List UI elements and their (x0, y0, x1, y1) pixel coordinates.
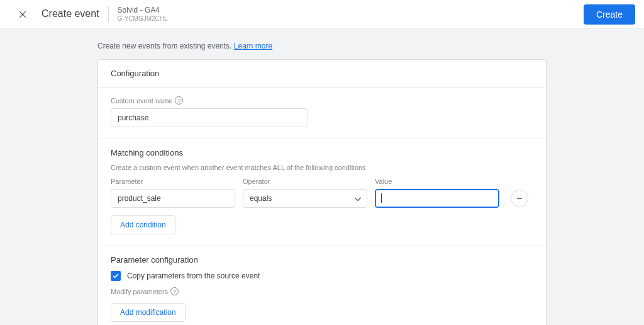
parameter-input[interactable] (111, 189, 235, 208)
copy-params-label: Copy parameters from the source event (127, 271, 260, 280)
content-area: Create new events from existing events. … (0, 29, 644, 325)
operator-select[interactable] (243, 189, 367, 208)
add-modification-button[interactable]: Add modification (111, 303, 186, 322)
matching-desc: Create a custom event when another event… (111, 164, 533, 171)
property-id: G-YCMGJM2CHL (118, 15, 168, 23)
property-name: Solvid - GA4 (118, 6, 168, 14)
create-button[interactable]: Create (584, 4, 635, 25)
parameter-column: Parameter (111, 178, 235, 208)
matching-title: Matching conditions (111, 148, 533, 157)
parameter-label: Parameter (111, 178, 235, 185)
custom-event-section: Custom event name ? (98, 88, 546, 139)
modify-params-label: Modify parameters ? (111, 287, 533, 295)
condition-row: Parameter Operator Value (111, 178, 533, 208)
card-title: Configuration (98, 60, 546, 88)
add-condition-button[interactable]: Add condition (111, 215, 175, 234)
intro-text: Create new events from existing events. … (97, 42, 547, 50)
help-icon[interactable]: ? (175, 96, 183, 105)
vertical-divider (108, 6, 109, 22)
operator-column: Operator (243, 178, 367, 208)
check-icon (112, 272, 119, 280)
remove-condition-button[interactable] (511, 190, 528, 207)
parameter-config-section: Parameter configuration Copy parameters … (98, 246, 546, 325)
custom-event-input[interactable] (111, 108, 308, 127)
property-info: Solvid - GA4 G-YCMGJM2CHL (118, 6, 168, 22)
close-icon (18, 9, 28, 20)
close-button[interactable] (13, 4, 33, 25)
param-config-title: Parameter configuration (111, 255, 533, 265)
copy-params-checkbox[interactable] (111, 271, 121, 281)
title-area: Create event Solvid - GA4 G-YCMGJM2CHL (42, 6, 168, 22)
config-card: Configuration Custom event name ? Matchi… (97, 59, 547, 325)
value-column: Value (375, 178, 499, 208)
value-label: Value (375, 178, 499, 185)
top-bar: Create event Solvid - GA4 G-YCMGJM2CHL C… (0, 0, 644, 29)
minus-icon (516, 195, 523, 202)
modify-params-text: Modify parameters (111, 288, 168, 295)
copy-params-row: Copy parameters from the source event (111, 271, 533, 281)
help-icon[interactable]: ? (170, 287, 179, 295)
custom-event-label: Custom event name ? (111, 96, 533, 105)
intro-label: Create new events from existing events. (97, 42, 231, 50)
operator-label: Operator (243, 178, 367, 185)
text-cursor (381, 193, 382, 203)
value-input[interactable] (375, 189, 499, 208)
learn-more-link[interactable]: Learn more (234, 42, 272, 50)
page-title: Create event (42, 8, 99, 20)
custom-event-label-text: Custom event name (111, 97, 172, 105)
matching-section: Matching conditions Create a custom even… (98, 139, 546, 246)
operator-input[interactable] (243, 189, 367, 208)
